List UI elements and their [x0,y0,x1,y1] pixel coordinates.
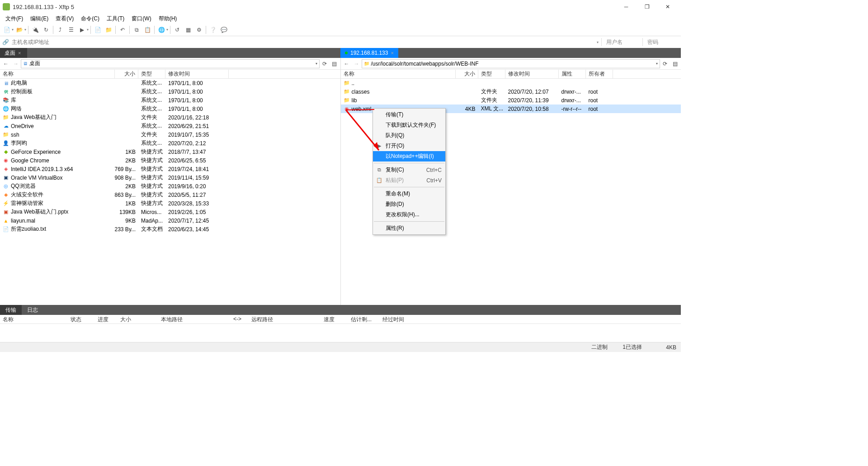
transfer-col[interactable]: 名称 [0,315,68,323]
local-tab[interactable]: 桌面 × [0,48,27,58]
new-folder-button[interactable]: 📁 [104,25,113,35]
context-menu-item[interactable]: 传输(T) [373,109,445,120]
transfer-col[interactable]: 状态 [68,315,95,323]
queue-button[interactable]: ☰ [66,25,76,35]
bottom-tab[interactable]: 日志 [22,305,43,315]
context-menu-item[interactable]: 更改权限(H)... [373,209,445,220]
transfer-col[interactable]: 速度 [321,315,348,323]
host-dropdown[interactable]: ▾ [597,40,599,44]
transfer-col[interactable]: 远程路径 [249,315,321,323]
col-mod[interactable]: 修改时间 [505,70,559,78]
menu-item[interactable]: 查看(V) [52,14,77,24]
explorer-button[interactable]: ▤ [330,59,340,69]
context-menu-item[interactable]: 删除(D) [373,199,445,209]
local-path-input[interactable]: 🖥 桌面 ▾ [21,59,320,68]
file-row[interactable]: ▲liayun.mal9KBMadAp...2020/7/17, 12:45 [0,216,340,225]
open-button[interactable]: 📂 [14,25,24,35]
file-row[interactable]: ▣Oracle VM VirtualBox908 By...快捷方式2019/1… [0,173,340,182]
file-row[interactable]: ⚡雷神驱动管家1KB快捷方式2020/3/28, 15:33 [0,199,340,208]
transfer-col[interactable]: 估计剩... [348,315,380,323]
chat-button[interactable]: 💬 [219,25,229,35]
context-menu-item[interactable]: 下载到默认文件夹(F) [373,120,445,130]
transfer-col[interactable]: 经过时间 [380,315,416,323]
col-size[interactable]: 大小 [115,70,138,78]
username-input[interactable]: 用户名 [606,38,638,46]
file-row[interactable]: 📁classes文件夹2020/7/20, 12:07drwxr-...root [341,87,681,96]
file-row[interactable]: ◈IntelliJ IDEA 2019.1.3 x64769 By...快捷方式… [0,165,340,173]
password-input[interactable]: 密码 [647,38,679,46]
transfer-col[interactable]: <-> [231,315,249,323]
context-menu-item[interactable]: 队列(Q) [373,130,445,141]
remote-path-input[interactable]: 📁 /usr/local/solr/tomcat/webapps/solr/WE… [362,59,660,68]
file-row[interactable]: 📁.. [341,79,681,87]
context-menu-item[interactable]: 重命名(M) [373,189,445,199]
globe-button[interactable]: 🌐 [156,25,166,35]
context-menu-item[interactable]: 以Notepad++编辑(I) [373,151,445,162]
reconnect-button[interactable]: ↻ [41,25,51,35]
explorer-button[interactable]: ▤ [670,59,680,69]
file-row[interactable]: ☁OneDrive系统文...2020/6/29, 21:51 [0,122,340,130]
back-button[interactable]: ← [342,59,352,69]
back-button[interactable]: ↶ [118,25,127,35]
new-file-button[interactable]: 📄 [93,25,103,35]
transfer-button[interactable]: ⤴ [55,25,65,35]
col-mod[interactable]: 修改时间 [165,70,229,78]
file-row[interactable]: ◈火绒安全软件863 By...快捷方式2020/5/5, 11:27 [0,190,340,199]
maximize-button[interactable]: ❐ [637,0,657,14]
copy-button[interactable]: ⧉ [132,25,142,35]
paste-button[interactable]: 📋 [142,25,152,35]
new-session-button[interactable]: 📄 [2,25,12,35]
file-row[interactable]: 📁ssh文件夹2019/10/7, 15:35 [0,130,340,139]
refresh-button[interactable]: ⟳ [320,59,330,69]
menu-item[interactable]: 工具(T) [103,14,128,24]
file-row[interactable]: ◎QQ浏览器2KB快捷方式2019/9/16, 0:20 [0,182,340,190]
transfer-col[interactable]: 进度 [95,315,118,323]
col-name[interactable]: 名称 [0,70,115,78]
file-row[interactable]: 🛠控制面板系统文...1970/1/1, 8:00 [0,87,340,96]
close-button[interactable]: ✕ [657,0,678,14]
context-menu-item[interactable]: 属性(R) [373,223,445,233]
col-perm[interactable]: 属性 [559,70,586,78]
file-row[interactable]: 📁lib文件夹2020/7/20, 11:39drwxr-...root [341,96,681,105]
help-button[interactable]: ❔ [208,25,218,35]
col-type[interactable]: 类型 [478,70,505,78]
close-icon[interactable]: × [18,50,21,56]
file-row[interactable]: 👤李阿昀系统文...2020/7/20, 2:12 [0,139,340,147]
close-icon[interactable]: × [391,50,393,56]
host-input[interactable] [12,39,595,45]
context-menu-item[interactable]: ⧉复制(C)Ctrl+C [373,165,445,175]
file-row[interactable]: ▣Java Web基础入门.pptx139KBMicros...2019/2/2… [0,208,340,216]
minimize-button[interactable]: ─ [616,0,637,14]
back-button[interactable]: ← [1,59,11,69]
menu-item[interactable]: 帮助(H) [155,14,181,24]
transfer-col[interactable]: 大小 [118,315,158,323]
filter-button[interactable]: ▦ [183,25,193,35]
file-row[interactable]: 📄所需zuoliao.txt233 By...文本文档2020/6/23, 14… [0,225,340,233]
col-own[interactable]: 所有者 [586,70,613,78]
col-type[interactable]: 类型 [138,70,165,78]
forward-button[interactable]: → [352,59,362,69]
settings-button[interactable]: ⚙ [194,25,204,35]
menu-item[interactable]: 窗口(W) [128,14,155,24]
bottom-tab[interactable]: 传输 [0,305,22,315]
file-row[interactable]: ◆GeForce Experience1KB快捷方式2018/7/7, 13:4… [0,147,340,156]
refresh-button[interactable]: ⟳ [660,59,670,69]
transfer-col[interactable]: 本地路径 [158,315,231,323]
menu-item[interactable]: 编辑(E) [27,14,52,24]
sync-button[interactable]: ↺ [172,25,182,35]
transfer-list[interactable] [0,324,681,342]
col-size[interactable]: 大小 [456,70,478,78]
menu-item[interactable]: 文件(F) [2,14,27,24]
menu-item[interactable]: 命令(C) [77,14,103,24]
remote-tab[interactable]: 192.168.81.133 × [340,48,398,58]
file-row[interactable]: 🌐网络系统文...1970/1/1, 8:00 [0,105,340,113]
forward-button[interactable]: → [11,59,21,69]
file-row[interactable]: 📚库系统文...1970/1/1, 8:00 [0,96,340,105]
col-name[interactable]: 名称 [341,70,456,78]
context-menu-item[interactable]: ▶打开(O) [373,141,445,151]
file-row[interactable]: ◉Google Chrome2KB快捷方式2020/6/25, 6:55 [0,156,340,165]
file-row[interactable]: 🖥此电脑系统文...1970/1/1, 8:00 [0,79,340,87]
local-file-list[interactable]: 🖥此电脑系统文...1970/1/1, 8:00🛠控制面板系统文...1970/… [0,79,340,305]
file-row[interactable]: 📁Java Web基础入门文件夹2020/1/16, 22:18 [0,113,340,122]
play-button[interactable]: ▶ [77,25,87,35]
